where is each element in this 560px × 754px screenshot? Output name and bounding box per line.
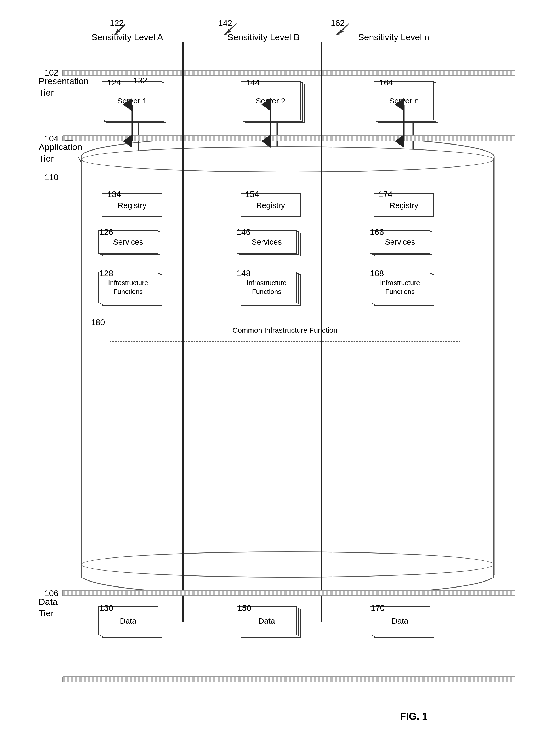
label-180: 180	[91, 318, 105, 327]
bottom-bar	[63, 676, 515, 682]
label-132: 132	[133, 76, 147, 85]
label-130: 130	[99, 603, 113, 613]
label-144: 144	[246, 78, 260, 87]
cylinder-body	[81, 159, 494, 577]
label-174: 174	[379, 189, 393, 199]
label-122: 122	[110, 18, 124, 28]
presentation-tier-bar-top	[63, 70, 515, 76]
svg-marker-3	[224, 33, 227, 35]
sensitivity-b: Sensitivity Level B	[227, 32, 300, 43]
label-142: 142	[218, 18, 232, 28]
svg-marker-5	[336, 33, 340, 35]
presentation-tier-label: PresentationTier	[39, 75, 88, 98]
label-150: 150	[237, 603, 251, 613]
fig-label: FIG. 1	[400, 711, 428, 722]
label-170: 170	[371, 603, 384, 613]
cylinder-bottom	[81, 551, 494, 577]
divider-2	[321, 42, 322, 622]
label-148: 148	[237, 269, 251, 278]
application-tier-bar-top	[63, 135, 515, 141]
divider-1	[182, 42, 183, 622]
sensitivity-a: Sensitivity Level A	[92, 32, 163, 43]
sensitivity-n: Sensitivity Level n	[358, 32, 429, 43]
application-tier-label: ApplicationTier	[39, 141, 82, 164]
common-infra-box: Common Infrastructure Function	[110, 319, 460, 342]
label-146: 146	[237, 227, 251, 237]
label-162: 162	[331, 18, 344, 28]
label-128: 128	[99, 269, 113, 278]
data-tier-label: DataTier	[39, 596, 58, 619]
label-134: 134	[107, 189, 121, 199]
label-166: 166	[370, 227, 384, 237]
data-tier-bar	[63, 590, 515, 596]
label-126: 126	[99, 227, 113, 237]
label-168: 168	[370, 269, 384, 278]
cylinder-top	[81, 146, 494, 172]
label-164: 164	[379, 78, 393, 87]
diagram: 122 142 162 Sensitivity Level A Sensitiv…	[21, 11, 533, 732]
label-154: 154	[245, 189, 259, 199]
label-110: 110	[44, 172, 58, 182]
label-124: 124	[107, 78, 121, 87]
